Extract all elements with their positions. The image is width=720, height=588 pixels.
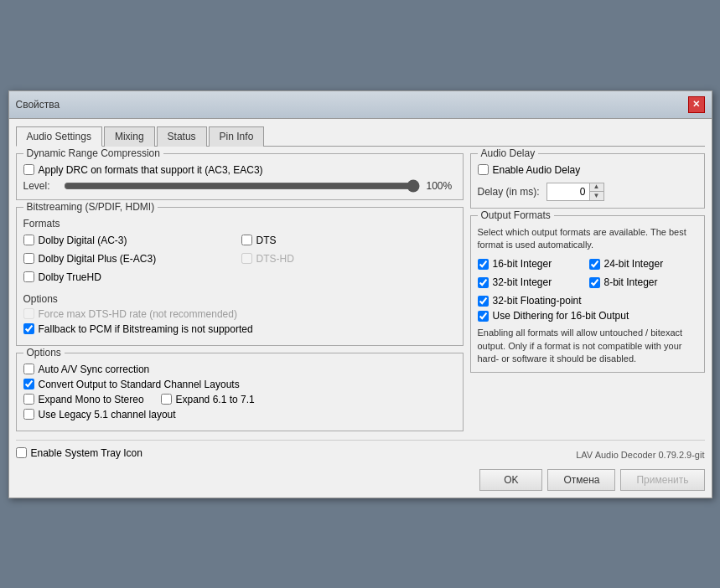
- auto-av-sync-label: Auto A/V Sync correction: [39, 364, 150, 375]
- 8bit-int-row: 8-bit Integer: [589, 276, 697, 288]
- level-value: 100%: [427, 180, 456, 192]
- level-slider[interactable]: [64, 179, 420, 193]
- use-legacy-label: Use Legacy 5.1 channel layout: [39, 409, 176, 420]
- apply-button[interactable]: Применить: [620, 469, 704, 491]
- enable-tray-row: Enable System Tray Icon: [16, 447, 142, 459]
- use-legacy-checkbox[interactable]: [23, 409, 34, 420]
- 16bit-int-checkbox[interactable]: [478, 259, 489, 270]
- force-dts-hd-row: Force max DTS-HD rate (not recommended): [23, 308, 456, 320]
- window-body: Audio Settings Mixing Status Pin Info Dy…: [9, 119, 712, 498]
- 24bit-int-row: 24-bit Integer: [589, 258, 697, 270]
- dynamic-range-content: Apply DRC on formats that support it (AC…: [23, 164, 456, 193]
- force-dts-hd-checkbox[interactable]: [23, 308, 34, 319]
- output-formats-title: Output Formats: [478, 209, 554, 221]
- output-formats-desc: Select which output formats are availabl…: [478, 226, 697, 252]
- spin-down-button[interactable]: ▼: [590, 192, 603, 200]
- expand-61-checkbox[interactable]: [161, 394, 172, 405]
- tab-audio-settings[interactable]: Audio Settings: [16, 126, 102, 147]
- main-window: Свойства ✕ Audio Settings Mixing Status …: [8, 90, 712, 498]
- 24bit-int-checkbox[interactable]: [589, 259, 600, 270]
- enable-tray-label: Enable System Tray Icon: [31, 447, 142, 459]
- audio-delay-title: Audio Delay: [478, 147, 539, 159]
- dolby-digital-checkbox[interactable]: [23, 235, 34, 245]
- bitstreaming-title: Bitstreaming (S/PDIF, HDMI): [23, 201, 158, 213]
- formats-label: Formats: [23, 218, 456, 230]
- tab-pin-info[interactable]: Pin Info: [209, 126, 265, 147]
- delay-spinbox: ▲ ▼: [546, 183, 604, 201]
- output-formats-group: Output Formats Select which output forma…: [470, 215, 705, 374]
- dts-hd-checkbox[interactable]: [241, 253, 252, 264]
- content-area: Dynamic Range Compression Apply DRC on f…: [16, 153, 705, 431]
- dolby-digital-plus-checkbox[interactable]: [23, 253, 34, 264]
- convert-output-label: Convert Output to Standard Channel Layou…: [39, 379, 240, 390]
- dithering-checkbox[interactable]: [478, 311, 489, 322]
- apply-drc-checkbox[interactable]: [23, 164, 34, 175]
- force-dts-hd-label: Force max DTS-HD rate (not recommended): [39, 308, 237, 320]
- 32bit-int-checkbox[interactable]: [478, 277, 489, 288]
- expand-mono-row: Expand Mono to Stereo: [23, 394, 144, 405]
- 32bit-float-label: 32-bit Floating-point: [493, 295, 582, 307]
- enable-tray-checkbox[interactable]: [16, 447, 27, 458]
- 32bit-float-row: 32-bit Floating-point: [478, 295, 697, 307]
- dolby-digital-plus-row: Dolby Digital Plus (E-AC3): [23, 253, 238, 265]
- 16bit-int-row: 16-bit Integer: [478, 258, 586, 270]
- expand-mono-checkbox[interactable]: [23, 394, 34, 405]
- dolby-truehd-row: Dolby TrueHD: [23, 271, 238, 283]
- dynamic-range-group: Dynamic Range Compression Apply DRC on f…: [16, 153, 464, 200]
- dts-hd-label: DTS-HD: [256, 253, 294, 265]
- fallback-pcm-checkbox[interactable]: [23, 323, 34, 334]
- output-formats-grid: 16-bit Integer 24-bit Integer 32-bit Int…: [478, 258, 697, 291]
- 32bit-float-checkbox[interactable]: [478, 296, 489, 307]
- close-button[interactable]: ✕: [688, 96, 705, 113]
- output-note: Enabling all formats will allow untouche…: [478, 327, 697, 365]
- apply-drc-row: Apply DRC on formats that support it (AC…: [23, 164, 456, 176]
- dts-row: DTS: [241, 235, 456, 246]
- spin-buttons: ▲ ▼: [589, 183, 603, 200]
- enable-audio-delay-label: Enable Audio Delay: [493, 164, 581, 176]
- formats-grid: Dolby Digital (AC-3) DTS Dolby Digital P…: [23, 235, 456, 286]
- 16bit-int-label: 16-bit Integer: [493, 258, 552, 270]
- bitstreaming-content: Formats Dolby Digital (AC-3) DTS: [23, 218, 456, 335]
- dolby-digital-label: Dolby Digital (AC-3): [39, 235, 127, 246]
- expand-61-label: Expand 6.1 to 7.1: [176, 394, 255, 405]
- delay-row: Delay (in ms): ▲ ▼: [478, 183, 697, 201]
- auto-av-sync-checkbox[interactable]: [23, 364, 34, 374]
- dolby-digital-plus-label: Dolby Digital Plus (E-AC3): [39, 253, 157, 265]
- bitstreaming-options-label: Options: [23, 293, 456, 305]
- button-row: OK Отмена Применить: [16, 469, 705, 491]
- expand-mono-label: Expand Mono to Stereo: [39, 394, 144, 405]
- dts-hd-row: DTS-HD: [241, 253, 456, 265]
- dts-checkbox[interactable]: [241, 235, 252, 245]
- convert-output-row: Convert Output to Standard Channel Layou…: [23, 379, 456, 390]
- left-panel: Dynamic Range Compression Apply DRC on f…: [16, 153, 464, 431]
- enable-audio-delay-checkbox[interactable]: [478, 164, 489, 175]
- window-title: Свойства: [16, 99, 60, 111]
- expand-row: Expand Mono to Stereo Expand 6.1 to 7.1: [23, 394, 456, 409]
- ok-button[interactable]: OK: [479, 469, 542, 491]
- bitstreaming-group: Bitstreaming (S/PDIF, HDMI) Formats Dolb…: [16, 207, 464, 346]
- cancel-button[interactable]: Отмена: [547, 469, 615, 491]
- dolby-truehd-label: Dolby TrueHD: [39, 271, 101, 283]
- dolby-digital-row: Dolby Digital (AC-3): [23, 235, 238, 246]
- convert-output-checkbox[interactable]: [23, 379, 34, 389]
- bottom-bar: Enable System Tray Icon LAV Audio Decode…: [16, 440, 705, 462]
- delay-input[interactable]: [547, 183, 589, 200]
- options-group: Options Auto A/V Sync correction Convert…: [16, 353, 464, 431]
- options-content: Auto A/V Sync correction Convert Output …: [23, 364, 456, 420]
- right-panel: Audio Delay Enable Audio Delay Delay (in…: [470, 153, 705, 431]
- dolby-truehd-checkbox[interactable]: [23, 271, 34, 282]
- delay-label: Delay (in ms):: [478, 186, 540, 198]
- dithering-label: Use Dithering for 16-bit Output: [493, 310, 629, 322]
- 32bit-int-label: 32-bit Integer: [493, 276, 552, 288]
- tab-mixing[interactable]: Mixing: [104, 126, 155, 147]
- use-legacy-row: Use Legacy 5.1 channel layout: [23, 409, 456, 420]
- level-row: Level: 100%: [23, 179, 456, 193]
- fallback-pcm-label: Fallback to PCM if Bitstreaming is not s…: [39, 323, 253, 335]
- audio-delay-content: Enable Audio Delay Delay (in ms): ▲ ▼: [478, 164, 697, 201]
- title-bar: Свойства ✕: [9, 91, 712, 119]
- tab-status[interactable]: Status: [157, 126, 207, 147]
- spin-up-button[interactable]: ▲: [590, 183, 603, 192]
- 8bit-int-checkbox[interactable]: [589, 277, 600, 288]
- 24bit-int-label: 24-bit Integer: [604, 258, 664, 270]
- dts-label: DTS: [256, 235, 277, 246]
